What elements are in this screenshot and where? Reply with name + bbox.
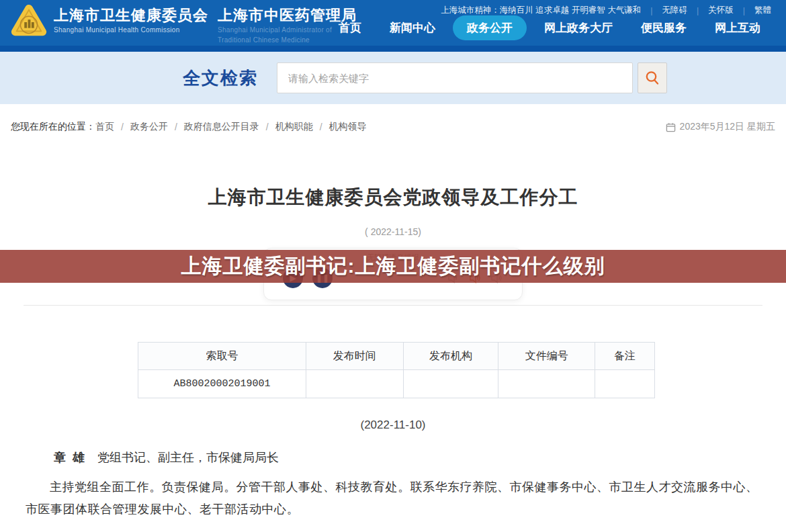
current-date: 2023年5月12日 星期五 — [666, 121, 775, 133]
search-input[interactable] — [277, 62, 633, 93]
header-accent-strip — [0, 46, 786, 52]
cell-remarks — [595, 370, 655, 398]
traditional-chinese-link[interactable]: 繁體 — [754, 5, 771, 16]
overlay-banner-text: 上海卫健委副书记:上海卫健委副书记什么级别 — [181, 253, 605, 280]
cell-publish-time — [306, 370, 403, 398]
breadcrumb-separator: / — [175, 122, 177, 132]
breadcrumb: 您现在所在的位置： 首页 / 政务公开 / 政府信息公开目录 / 机构职能 / … — [11, 121, 367, 133]
search-band: 全文检索 — [0, 52, 786, 104]
overlay-ad-banner: 上海卫健委副书记:上海卫健委副书记什么级别 — [0, 250, 786, 283]
utility-separator: | — [743, 6, 745, 15]
breadcrumb-item-info-directory[interactable]: 政府信息公开目录 — [184, 121, 259, 133]
table-row: AB80020002019001 — [138, 370, 655, 398]
header-utility-bar: 上海城市精神：海纳百川 追求卓越 开明睿智 大气谦和 | 无障碍 | 关怀版 |… — [441, 5, 771, 16]
breadcrumb-item-functions[interactable]: 机构职能 — [275, 121, 313, 133]
org1-english-name: Shanghai Municipal Health Commission — [54, 26, 208, 34]
nav-item-news-center[interactable]: 新闻中心 — [379, 15, 446, 40]
publication-date: (2022-11-10) — [0, 418, 786, 432]
care-version-link[interactable]: 关怀版 — [708, 5, 734, 16]
nav-item-online-interaction[interactable]: 网上互动 — [704, 15, 771, 40]
breadcrumb-item-home[interactable]: 首页 — [95, 121, 114, 133]
cell-publish-org — [403, 370, 498, 398]
article-title: 上海市卫生健康委员会党政领导及工作分工 — [0, 185, 786, 210]
leader-line: 章 雄 党组书记、副主任，市保健局局长 — [54, 449, 786, 466]
leader-title: 党组书记、副主任，市保健局局长 — [97, 451, 279, 464]
org1-name: 上海市卫生健康委员会 — [54, 7, 208, 24]
header-branding: 上海市卫生健康委员会 Shanghai Municipal Health Com… — [9, 3, 366, 44]
col-header-index-number: 索取号 — [138, 343, 306, 370]
col-header-doc-number: 文件编号 — [498, 343, 595, 370]
breadcrumb-item-leadership[interactable]: 机构领导 — [329, 121, 367, 133]
col-header-remarks: 备注 — [595, 343, 655, 370]
breadcrumb-separator: / — [121, 122, 124, 132]
leader-name: 章 雄 — [54, 451, 85, 464]
table-header-row: 索取号 发布时间 发布机构 文件编号 备注 — [138, 343, 655, 370]
leader-duties-paragraph: 主持党组全面工作。负责保健局。分管干部人事处、科技教育处。联系华东疗养院、市保健… — [26, 476, 765, 521]
col-header-publish-time: 发布时间 — [306, 343, 403, 370]
breadcrumb-label: 您现在所在的位置： — [11, 121, 95, 133]
breadcrumb-row: 您现在所在的位置： 首页 / 政务公开 / 政府信息公开目录 / 机构职能 / … — [0, 104, 786, 143]
breadcrumb-separator: / — [266, 122, 269, 132]
document-info-table: 索取号 发布时间 发布机构 文件编号 备注 AB80020002019001 — [138, 342, 655, 398]
city-motto: 上海城市精神：海纳百川 追求卓越 开明睿智 大气谦和 — [441, 5, 641, 16]
search-button[interactable] — [638, 62, 667, 93]
content-divider — [24, 305, 762, 306]
nav-item-public-services[interactable]: 便民服务 — [630, 15, 697, 40]
current-date-text: 2023年5月12日 星期五 — [680, 121, 775, 133]
nav-item-home[interactable]: 首页 — [328, 15, 372, 40]
nav-item-government-affairs[interactable]: 政务公开 — [453, 15, 527, 40]
breadcrumb-item-government-affairs[interactable]: 政务公开 — [130, 121, 168, 133]
search-icon — [644, 70, 660, 86]
nav-item-online-hall[interactable]: 网上政务大厅 — [533, 15, 623, 40]
col-header-publish-org: 发布机构 — [403, 343, 498, 370]
site-header: 上海市卫生健康委员会 Shanghai Municipal Health Com… — [0, 0, 786, 46]
utility-separator: | — [697, 6, 699, 15]
breadcrumb-separator: / — [320, 122, 322, 132]
org-emblem-logo — [9, 3, 48, 42]
utility-separator: | — [650, 6, 652, 15]
main-nav: 首页 新闻中心 政务公开 网上政务大厅 便民服务 网上互动 — [321, 15, 771, 40]
fulltext-search-label: 全文检索 — [183, 66, 258, 90]
article-date: ( 2022-11-15) — [0, 226, 786, 237]
accessibility-link[interactable]: 无障碍 — [662, 5, 688, 16]
org-titles: 上海市卫生健康委员会 Shanghai Municipal Health Com… — [54, 7, 366, 44]
calendar-icon — [666, 122, 676, 132]
cell-doc-number — [498, 370, 595, 398]
cell-index-number: AB80020002019001 — [138, 370, 306, 398]
